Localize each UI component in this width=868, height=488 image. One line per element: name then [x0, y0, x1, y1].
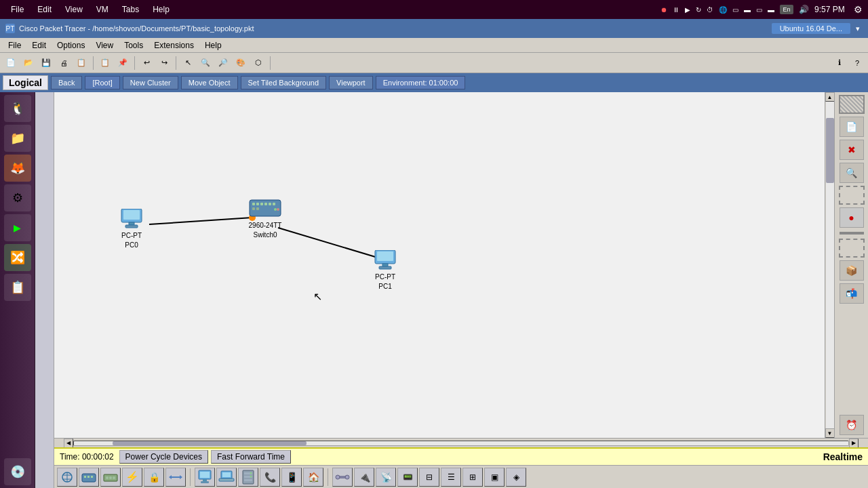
dock-firefox[interactable]: 🦊 — [4, 155, 31, 182]
scroll-down-btn[interactable]: ▼ — [825, 428, 835, 438]
info-btn[interactable]: ℹ — [831, 56, 848, 70]
keyboard-layout-indicator[interactable]: En — [780, 5, 793, 14]
scroll-left-btn[interactable]: ◀ — [64, 439, 73, 448]
dt-phone-btn[interactable]: 📞 — [260, 468, 280, 487]
dt-home-btn[interactable]: 🏠 — [303, 468, 323, 487]
print-btn[interactable]: 🖨 — [56, 56, 72, 70]
dt-switch-btn[interactable] — [79, 468, 99, 487]
options-menu[interactable]: Options — [52, 39, 90, 52]
set-tiled-bg-btn[interactable]: Set Tiled Background — [241, 76, 327, 89]
toolbar-sep-2 — [134, 56, 135, 70]
open-btn[interactable]: 📂 — [20, 56, 37, 70]
record-right-btn[interactable]: ● — [840, 207, 864, 228]
dt-more4-btn[interactable]: 📟 — [397, 468, 418, 487]
time-right-btn[interactable]: ⏰ — [840, 415, 864, 435]
os-vm-menu[interactable]: VM — [91, 3, 114, 16]
question-btn[interactable]: ? — [849, 56, 865, 70]
pkg2-right-btn[interactable]: 📬 — [840, 283, 864, 304]
copy-btn[interactable]: 📋 — [97, 56, 113, 70]
dt-wan-btn[interactable] — [165, 468, 186, 487]
zoom-in-btn[interactable]: 🔍 — [197, 56, 214, 70]
os-edit-menu[interactable]: Edit — [32, 3, 57, 16]
pkg-right-btn[interactable]: 📦 — [840, 260, 864, 281]
svg-rect-11 — [260, 203, 263, 205]
v-scroll-track[interactable] — [826, 102, 834, 428]
redo-btn[interactable]: ↪ — [156, 56, 172, 70]
scroll-up-btn[interactable]: ▲ — [825, 92, 835, 102]
dt-security-btn[interactable]: 🔒 — [144, 468, 164, 487]
dock-pt[interactable]: 🔀 — [4, 244, 31, 271]
h-scroll-track[interactable] — [73, 441, 849, 446]
power-cycle-btn[interactable]: Power Cycle Devices — [119, 450, 208, 464]
window-tab-title[interactable]: Ubuntu 16.04 De... — [772, 23, 850, 34]
paste-btn[interactable]: 📌 — [115, 56, 131, 70]
move-object-btn[interactable]: Move Object — [181, 76, 238, 89]
pc1-device[interactable]: PC-PT PC1 — [373, 250, 397, 291]
volume-icon[interactable]: 🔊 — [799, 5, 809, 14]
help-menu[interactable]: Help — [199, 39, 227, 52]
dt-router-btn[interactable] — [57, 468, 77, 487]
custom-btn[interactable]: ⬡ — [250, 56, 267, 70]
dt-more6-btn[interactable]: ☰ — [441, 468, 461, 487]
dt-laptop-btn[interactable] — [216, 468, 237, 487]
dropdown-arrow[interactable]: ▾ — [856, 24, 860, 33]
pointer-btn[interactable]: ↖ — [180, 56, 196, 70]
settings-icon[interactable]: ⚙ — [854, 4, 863, 15]
dt-more8-btn[interactable]: ▣ — [484, 468, 505, 487]
dotted-select-box[interactable] — [839, 239, 865, 258]
dock-notes[interactable]: 📋 — [4, 274, 31, 301]
os-view-menu[interactable]: View — [60, 3, 88, 16]
switch-icon — [81, 470, 97, 484]
pc0-device[interactable]: PC-PT PC0 — [119, 209, 144, 249]
dock-settings[interactable]: ⚙ — [4, 184, 31, 211]
dt-more5-btn[interactable]: ⊟ — [419, 468, 439, 487]
dt-more7-btn[interactable]: ⊞ — [462, 468, 483, 487]
activity-btn[interactable]: 📋 — [73, 56, 90, 70]
tools-menu[interactable]: Tools — [119, 39, 149, 52]
svg-rect-28 — [84, 476, 86, 478]
v-scroll-thumb[interactable] — [826, 118, 834, 183]
extensions-menu[interactable]: Extensions — [149, 39, 199, 52]
view-menu[interactable]: View — [90, 39, 119, 52]
h-scrollbar[interactable]: ◀ ▶ — [54, 438, 868, 447]
dt-pc-btn[interactable] — [195, 468, 215, 487]
dock-ubuntu[interactable]: 🐧 — [4, 95, 31, 122]
file-menu[interactable]: File — [3, 39, 26, 52]
dt-more2-btn[interactable]: 🔌 — [354, 468, 374, 487]
dt-tablet-btn[interactable]: 📱 — [281, 468, 302, 487]
delete-right-btn[interactable]: ✖ — [840, 140, 864, 160]
selection-box[interactable] — [839, 95, 865, 114]
new-cluster-btn[interactable]: New Cluster — [123, 76, 178, 89]
vertical-scrollbar[interactable]: ▲ ▼ — [825, 92, 834, 438]
dt-more1-btn[interactable] — [332, 468, 353, 487]
undo-btn[interactable]: ↩ — [138, 56, 155, 70]
new-btn[interactable]: 📄 — [3, 56, 19, 70]
palette-btn[interactable]: 🎨 — [233, 56, 249, 70]
os-tabs-menu[interactable]: Tabs — [117, 3, 144, 16]
dock-terminal[interactable]: ▶ — [4, 214, 31, 241]
dt-more3-btn[interactable]: 📡 — [376, 468, 396, 487]
fast-forward-btn[interactable]: Fast Forward Time — [211, 450, 291, 464]
dt-lightning-btn[interactable]: ⚡ — [122, 468, 142, 487]
rec-indicator: ⏺ — [660, 6, 667, 14]
back-btn[interactable]: Back — [51, 76, 82, 89]
dock-files[interactable]: 📁 — [4, 125, 31, 152]
h-scroll-thumb[interactable] — [113, 441, 307, 445]
zoom-right-btn[interactable]: 🔍 — [840, 163, 864, 183]
dashed-select-box[interactable] — [839, 186, 865, 205]
dt-server-btn[interactable] — [238, 468, 258, 487]
os-file-menu[interactable]: File — [5, 3, 29, 16]
canvas-area[interactable]: PC-PT PC0 — [54, 92, 825, 438]
dt-hub-btn[interactable] — [100, 468, 121, 487]
viewport-btn[interactable]: Viewport — [329, 76, 373, 89]
os-help-menu[interactable]: Help — [147, 3, 175, 16]
dock-dvd[interactable]: 💿 — [4, 458, 31, 485]
scroll-right-btn[interactable]: ▶ — [849, 439, 859, 448]
dt-more9-btn[interactable]: ◈ — [506, 468, 526, 487]
zoom-out-btn[interactable]: 🔎 — [215, 56, 231, 70]
save-btn[interactable]: 💾 — [38, 56, 54, 70]
note-right-btn[interactable]: 📄 — [840, 117, 864, 137]
bottom-status-bar: Time: 00:00:02 Power Cycle Devices Fast … — [54, 447, 868, 465]
edit-menu[interactable]: Edit — [26, 39, 52, 52]
switch0-device[interactable]: 2960-24TT Switch0 — [248, 197, 282, 239]
